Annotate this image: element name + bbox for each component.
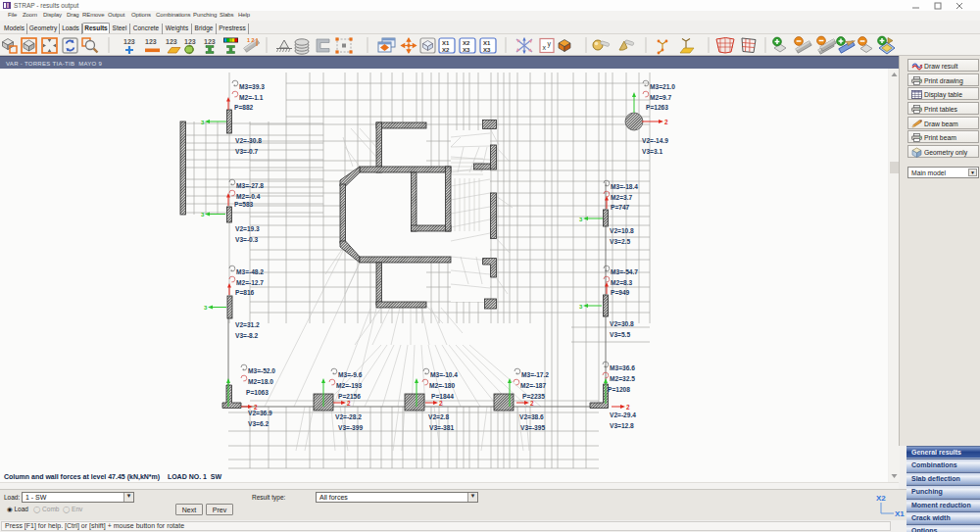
- svg-text:V3=12.8: V3=12.8: [610, 422, 634, 429]
- svg-text:X3: X3: [463, 47, 470, 53]
- svg-text:M2=-187: M2=-187: [520, 382, 547, 389]
- svg-text:M3=21.0: M3=21.0: [650, 83, 675, 90]
- svg-text:123: 123: [184, 38, 196, 45]
- svg-text:M2=8.3: M2=8.3: [611, 279, 633, 286]
- svg-text:P=583: P=583: [234, 201, 254, 208]
- svg-text:V3=-381: V3=-381: [429, 424, 454, 431]
- svg-text:M2=-12.7: M2=-12.7: [236, 279, 264, 286]
- svg-text:P=2235: P=2235: [522, 393, 545, 400]
- svg-text:V2=-28.2: V2=-28.2: [335, 413, 362, 420]
- svg-text:V3=2.5: V3=2.5: [610, 238, 630, 245]
- svg-text:M2=3.7: M2=3.7: [611, 194, 633, 201]
- svg-text:M3=-48.2: M3=-48.2: [236, 268, 264, 275]
- svg-text:X1: X1: [895, 509, 905, 518]
- svg-text:3: 3: [201, 120, 205, 125]
- svg-text:V2=36.9: V2=36.9: [248, 410, 272, 416]
- svg-text:V2=-14.9: V2=-14.9: [642, 137, 668, 144]
- svg-text:M3=-10.4: M3=-10.4: [430, 371, 458, 378]
- svg-text:X1: X1: [442, 40, 450, 46]
- svg-text:M2=9.7: M2=9.7: [650, 94, 672, 101]
- svg-text:123: 123: [145, 38, 157, 45]
- svg-text:3: 3: [579, 217, 583, 222]
- svg-text:V2=30.8: V2=30.8: [610, 320, 634, 327]
- svg-text:M2=-0.4: M2=-0.4: [236, 193, 261, 200]
- svg-text:3: 3: [204, 305, 208, 311]
- svg-text:V2=-30.8: V2=-30.8: [235, 137, 262, 144]
- svg-text:P=1063: P=1063: [246, 389, 269, 396]
- svg-text:123: 123: [123, 38, 135, 45]
- svg-text:V2=-29.4: V2=-29.4: [610, 411, 636, 418]
- svg-text:123: 123: [166, 38, 177, 45]
- svg-text:V3=-8.2: V3=-8.2: [235, 332, 259, 339]
- svg-text:2: 2: [439, 400, 443, 407]
- svg-text:M3=-9.6: M3=-9.6: [338, 371, 363, 378]
- svg-text:P=1844: P=1844: [431, 393, 454, 400]
- svg-text:X3: X3: [483, 47, 491, 53]
- svg-text:M3=-27.8: M3=-27.8: [236, 182, 264, 189]
- svg-text:M3=36.6: M3=36.6: [610, 364, 635, 371]
- svg-text:P=882: P=882: [234, 104, 254, 111]
- svg-text:3: 3: [579, 304, 583, 310]
- svg-text:V2=10.8: V2=10.8: [610, 227, 634, 234]
- svg-text:M3=-18.4: M3=-18.4: [611, 183, 638, 190]
- svg-text:M2=-180: M2=-180: [429, 382, 456, 389]
- svg-text:P=1263: P=1263: [646, 104, 668, 111]
- svg-text:P=816: P=816: [235, 289, 255, 296]
- svg-text:M3=-54.7: M3=-54.7: [611, 268, 638, 275]
- svg-text:M2=18.0: M2=18.0: [248, 378, 273, 385]
- svg-text:V3=6.2: V3=6.2: [248, 420, 269, 427]
- svg-text:M2=32.5: M2=32.5: [610, 375, 635, 382]
- svg-text:y: y: [548, 40, 552, 48]
- svg-text:V3=5.5: V3=5.5: [610, 331, 630, 338]
- svg-text:1 2: 1 2: [247, 37, 255, 43]
- svg-text:V2=19.3: V2=19.3: [235, 225, 260, 232]
- svg-text:P=747: P=747: [611, 204, 630, 211]
- svg-text:P=1208: P=1208: [608, 386, 630, 393]
- svg-text:M3=39.3: M3=39.3: [239, 83, 265, 90]
- svg-text:V3=-0.3: V3=-0.3: [235, 236, 259, 243]
- svg-text:2: 2: [664, 119, 668, 125]
- svg-text:V2=2.8: V2=2.8: [428, 413, 449, 420]
- svg-text:M2=-193: M2=-193: [336, 382, 363, 389]
- svg-text:2: 2: [530, 400, 534, 407]
- svg-text:x: x: [543, 44, 547, 51]
- svg-text:P=949: P=949: [611, 289, 630, 296]
- svg-text:M2=-1.1: M2=-1.1: [239, 94, 264, 101]
- svg-text:X1: X1: [483, 40, 491, 46]
- svg-text:V3=3.1: V3=3.1: [642, 148, 662, 155]
- svg-text:V2=38.6: V2=38.6: [519, 413, 544, 420]
- svg-text:V3=-0.7: V3=-0.7: [235, 148, 259, 155]
- svg-text:Column and wall forces at leve: Column and wall forces at level 47.45 (k…: [4, 473, 222, 481]
- svg-text:X2: X2: [876, 494, 886, 503]
- svg-text:2: 2: [347, 400, 351, 407]
- svg-text:2: 2: [626, 404, 630, 411]
- svg-text:V3=-395: V3=-395: [520, 424, 545, 431]
- svg-text:X2: X2: [463, 40, 470, 46]
- svg-text:V2=31.2: V2=31.2: [235, 321, 260, 328]
- svg-text:M3=-52.0: M3=-52.0: [248, 367, 275, 374]
- svg-text:X2: X2: [442, 47, 450, 53]
- svg-text:M3=-17.2: M3=-17.2: [521, 371, 549, 378]
- svg-text:V3=-399: V3=-399: [338, 424, 363, 431]
- svg-text:123: 123: [204, 38, 216, 45]
